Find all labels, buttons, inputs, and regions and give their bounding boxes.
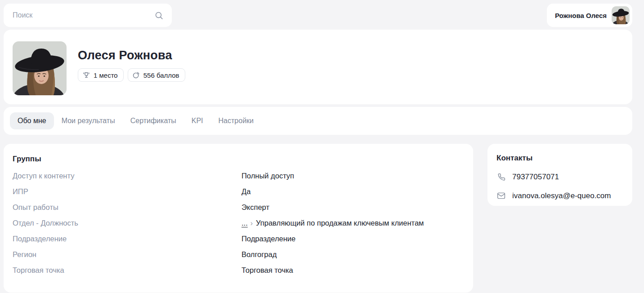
- group-row-sales-point: Торговая точка Торговая точка: [13, 263, 464, 279]
- groups-rows: Доступ к контенту Полный доступ ИПР Да О…: [13, 169, 464, 279]
- group-row-value: Волгоград: [242, 250, 464, 259]
- group-row-value: Полный доступ: [242, 172, 464, 180]
- contact-email-value: ivanova.olesya@e-queo.com: [512, 191, 611, 200]
- contact-email-item: ivanova.olesya@e-queo.com: [496, 191, 623, 200]
- group-row-label: Доступ к контенту: [13, 172, 242, 180]
- group-row-label: Опыт работы: [13, 203, 242, 212]
- group-row-label: Регион: [13, 250, 242, 259]
- content-area: Группы Доступ к контенту Полный доступ И…: [4, 144, 632, 293]
- group-row-ipr: ИПР Да: [13, 185, 464, 200]
- group-row-access: Доступ к контенту Полный доступ: [13, 169, 464, 185]
- group-row-region: Регион Волгоград: [13, 248, 464, 263]
- tab-settings[interactable]: Настройки: [211, 112, 261, 129]
- user-menu-chip[interactable]: Рожнова Олеся: [547, 4, 632, 27]
- search-box[interactable]: [4, 4, 172, 27]
- rank-badge-label: 1 место: [94, 71, 118, 79]
- groups-card: Группы Доступ к контенту Полный доступ И…: [4, 144, 473, 293]
- tab-kpi[interactable]: KPI: [184, 112, 211, 129]
- group-row-value: Подразделение: [242, 235, 464, 243]
- groups-title: Группы: [13, 155, 464, 164]
- user-avatar-small: [612, 6, 630, 24]
- mail-icon: [496, 191, 506, 200]
- group-row-label: Торговая точка: [13, 266, 242, 275]
- group-row-label: ИПР: [13, 187, 242, 196]
- group-row-label: Подразделение: [13, 235, 242, 243]
- profile-tabs: Обо мне Мои результаты Сертификаты KPI Н…: [4, 107, 632, 135]
- tab-my-results[interactable]: Мои результаты: [54, 112, 123, 129]
- phone-icon: [496, 172, 506, 182]
- group-row-subdivision: Подразделение Подразделение: [13, 232, 464, 248]
- search-icon[interactable]: [154, 11, 164, 20]
- group-row-value: ...›Управляющий по продажам ключевым кли…: [242, 219, 464, 227]
- tab-about[interactable]: Обо мне: [10, 112, 54, 129]
- group-row-label: Отдел - Должность: [13, 219, 242, 227]
- group-row-value: Торговая точка: [242, 266, 464, 275]
- group-row-department-position: Отдел - Должность ...›Управляющий по про…: [13, 216, 464, 232]
- contact-phone-item: 79377057071: [496, 172, 623, 182]
- contacts-title: Контакты: [496, 154, 623, 163]
- breadcrumb-ellipsis-link[interactable]: ...: [242, 219, 248, 227]
- user-chip-name: Рожнова Олеся: [555, 12, 607, 19]
- top-bar: Рожнова Олеся: [0, 0, 644, 27]
- points-badge-label: 556 баллов: [143, 71, 179, 79]
- contact-phone-value: 79377057071: [512, 173, 559, 182]
- trophy-icon: [82, 71, 90, 79]
- rank-badge[interactable]: 1 место: [78, 68, 124, 82]
- profile-name: Олеся Рожнова: [78, 49, 185, 62]
- profile-badges: 1 место 556 баллов: [78, 68, 185, 82]
- profile-header-card: Олеся Рожнова 1 место 556 баллов: [4, 30, 632, 104]
- points-badge[interactable]: 556 баллов: [128, 68, 185, 82]
- position-value: Управляющий по продажам ключевым клиента…: [256, 219, 424, 227]
- profile-info: Олеся Рожнова 1 место 556 баллов: [78, 41, 185, 82]
- group-row-value: Эксперт: [242, 203, 464, 212]
- search-input[interactable]: [13, 11, 154, 19]
- group-row-experience: Опыт работы Эксперт: [13, 200, 464, 216]
- contacts-card: Контакты 79377057071 ivanova.olesya@e-qu…: [487, 144, 632, 206]
- tab-certificates[interactable]: Сертификаты: [123, 112, 184, 129]
- coin-icon: [132, 71, 140, 79]
- profile-avatar: [13, 41, 67, 95]
- group-row-value: Да: [242, 187, 464, 196]
- chevron-right-icon: ›: [250, 219, 253, 227]
